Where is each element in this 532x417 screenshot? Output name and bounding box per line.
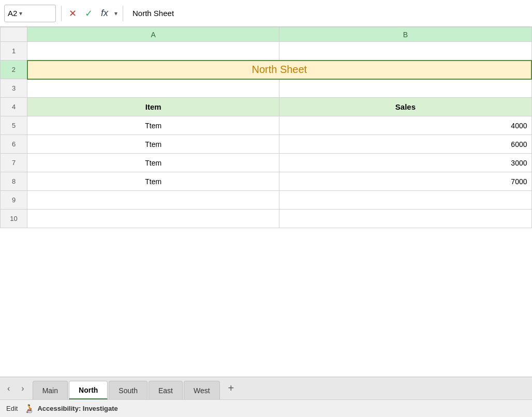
fx-icon[interactable]: fx bbox=[99, 7, 110, 20]
table-row: 1 bbox=[1, 42, 532, 61]
cell-6-a[interactable]: Ttem bbox=[27, 135, 279, 154]
cell-2-a[interactable]: North Sheet bbox=[27, 61, 531, 79]
column-header-row: A B bbox=[1, 27, 532, 42]
chevron-down-icon[interactable]: ▾ bbox=[19, 10, 22, 17]
formula-bar: A2 ▾ ✕ ✓ fx ▾ bbox=[0, 0, 532, 27]
cell-1-b[interactable] bbox=[279, 42, 531, 61]
cell-9-a[interactable] bbox=[27, 191, 279, 210]
cell-8-a[interactable]: Ttem bbox=[27, 172, 279, 191]
sheet-tab-west[interactable]: West bbox=[184, 381, 220, 399]
row-header-6: 6 bbox=[1, 135, 27, 154]
cell-6-b[interactable]: 6000 bbox=[279, 135, 531, 154]
add-sheet-button[interactable]: + bbox=[223, 380, 240, 396]
cell-4-a[interactable]: Item bbox=[27, 98, 279, 116]
row-header-7: 7 bbox=[1, 154, 27, 172]
cell-3-b[interactable] bbox=[279, 79, 531, 98]
table-row: 5Ttem4000 bbox=[1, 116, 532, 135]
row-header-10: 10 bbox=[1, 210, 27, 228]
row-header-3: 3 bbox=[1, 79, 27, 98]
table-row: 8Ttem7000 bbox=[1, 172, 532, 191]
sheet-tab-south[interactable]: South bbox=[109, 381, 147, 399]
grid-container: A B 12North Sheet34ItemSales5Ttem40006Tt… bbox=[0, 27, 532, 377]
formula-input[interactable] bbox=[128, 7, 528, 20]
row-header-2: 2 bbox=[1, 61, 27, 79]
status-bar: Edit 🧑‍🦽 Accessibility: Investigate bbox=[0, 399, 532, 417]
table-row: 9 bbox=[1, 191, 532, 210]
table-row: 6Ttem6000 bbox=[1, 135, 532, 154]
sheet-tab-main[interactable]: Main bbox=[33, 381, 68, 399]
sheet-tab-east[interactable]: East bbox=[149, 381, 183, 399]
cancel-icon[interactable]: ✕ bbox=[67, 7, 79, 20]
cell-5-b[interactable]: 4000 bbox=[279, 116, 531, 135]
cell-10-a[interactable] bbox=[27, 210, 279, 228]
grid-table: A B 12North Sheet34ItemSales5Ttem40006Tt… bbox=[0, 27, 532, 228]
tab-next-button[interactable]: › bbox=[18, 382, 27, 395]
formula-divider2 bbox=[123, 6, 123, 21]
cell-5-a[interactable]: Ttem bbox=[27, 116, 279, 135]
cell-10-b[interactable] bbox=[279, 210, 531, 228]
table-row: 7Ttem3000 bbox=[1, 154, 532, 172]
cell-8-b[interactable]: 7000 bbox=[279, 172, 531, 191]
spreadsheet: A B 12North Sheet34ItemSales5Ttem40006Tt… bbox=[0, 27, 532, 377]
formula-bar-chevron[interactable]: ▾ bbox=[114, 10, 117, 17]
tabs-list: MainNorthSouthEastWest bbox=[33, 377, 220, 399]
cell-3-a[interactable] bbox=[27, 79, 279, 98]
table-row: 10 bbox=[1, 210, 532, 228]
grid-body: 12North Sheet34ItemSales5Ttem40006Ttem60… bbox=[1, 42, 532, 228]
status-accessibility[interactable]: 🧑‍🦽 Accessibility: Investigate bbox=[24, 404, 117, 413]
formula-divider bbox=[61, 6, 62, 21]
row-header-4: 4 bbox=[1, 98, 27, 116]
table-row: 3 bbox=[1, 79, 532, 98]
cell-4-b[interactable]: Sales bbox=[279, 98, 531, 116]
formula-icons: ✕ ✓ fx ▾ bbox=[67, 7, 117, 20]
row-header-5: 5 bbox=[1, 116, 27, 135]
row-header-1: 1 bbox=[1, 42, 27, 61]
sheet-tab-north[interactable]: North bbox=[69, 381, 108, 399]
col-header-b[interactable]: B bbox=[279, 27, 531, 42]
table-row: 2North Sheet bbox=[1, 61, 532, 79]
sheet-tabs: ‹ › MainNorthSouthEastWest + bbox=[0, 377, 532, 399]
cell-reference-box[interactable]: A2 ▾ bbox=[4, 5, 56, 22]
row-header-8: 8 bbox=[1, 172, 27, 191]
status-edit-label: Edit bbox=[6, 405, 18, 412]
col-header-a[interactable]: A bbox=[27, 27, 279, 42]
cell-7-b[interactable]: 3000 bbox=[279, 154, 531, 172]
accessibility-icon: 🧑‍🦽 bbox=[24, 404, 34, 413]
accessibility-label: Accessibility: Investigate bbox=[37, 405, 117, 412]
cell-1-a[interactable] bbox=[27, 42, 279, 61]
cell-7-a[interactable]: Ttem bbox=[27, 154, 279, 172]
cell-ref-text: A2 bbox=[8, 9, 17, 18]
table-row: 4ItemSales bbox=[1, 98, 532, 116]
confirm-icon[interactable]: ✓ bbox=[83, 7, 95, 20]
tab-prev-button[interactable]: ‹ bbox=[4, 382, 13, 395]
corner-cell bbox=[1, 27, 27, 42]
cell-9-b[interactable] bbox=[279, 191, 531, 210]
row-header-9: 9 bbox=[1, 191, 27, 210]
